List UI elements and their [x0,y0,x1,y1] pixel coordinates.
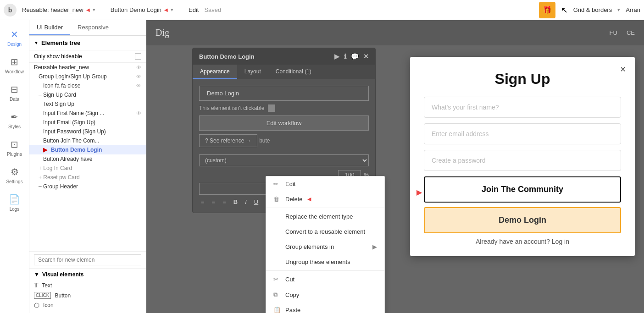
gray-square [268,104,275,112]
tree-item-icon-fa[interactable]: Icon fa fa-close 👁 [29,81,146,90]
sidebar-item-logs[interactable]: 📄 Logs [0,189,29,216]
align-right-btn[interactable]: ≡ [221,198,228,206]
saved-label: Saved [204,6,221,13]
icon-icon: ⬡ [34,302,39,309]
settings-label: Settings [6,179,22,184]
align-center-btn[interactable]: ≡ [210,198,217,206]
breadcrumb-dropdown2[interactable]: ▾ [171,7,173,13]
play-icon[interactable]: ▶ [334,53,339,60]
eye-icon-0: 👁 [136,65,141,70]
tab-responsive[interactable]: Responsive [70,20,116,35]
sidebar-item-design[interactable]: ✕ Design [0,24,29,51]
visual-item-icon[interactable]: ⬡ Icon [34,300,141,310]
edit-label[interactable]: Edit [189,6,199,13]
settings-icon: ⚙ [11,166,19,177]
search-element-input[interactable] [34,254,141,265]
tab-appearance[interactable]: Appearance [193,65,237,79]
copy-icon: ⧉ [273,291,281,298]
custom-dropdown[interactable]: (custom) [199,154,369,166]
context-menu-replace[interactable]: Replace the element type [266,209,384,224]
top-bar-separator1 [103,5,103,16]
tab-ui-builder[interactable]: UI Builder [29,20,70,35]
modal-close-button[interactable]: × [620,64,626,75]
underline-btn[interactable]: U [252,198,260,206]
visual-elements-section: ▼ Visual elements T Text CLICK Button ⬡ … [29,268,146,313]
eye-icon-1: 👁 [136,74,141,79]
design-icon: ✕ [11,29,18,40]
join-community-button[interactable]: Join The Community [424,176,621,203]
context-menu-paste[interactable]: 📋 Paste [266,302,384,313]
styles-icon: ✒ [11,111,18,122]
signup-modal: × Sign Up ▶ Join The Community Demo Logi… [410,57,635,256]
sidebar-item-plugins[interactable]: ⊡ Plugins [0,134,29,161]
comment-icon[interactable]: 💬 [351,53,359,60]
context-menu-convert[interactable]: Convert to a reusable element [266,224,384,239]
context-menu-divider2 [266,270,384,271]
tree-item-group-header[interactable]: – Group Header [29,182,146,191]
see-reference-button[interactable]: ? See reference → [199,134,257,147]
tree-item-input-firstname[interactable]: Input First Name (Sign ... 👁 [29,109,146,118]
context-menu-cut[interactable]: ✂ Cut [266,272,384,287]
email-input[interactable] [424,123,621,144]
bold-btn[interactable]: B [232,198,239,206]
grid-borders-label[interactable]: Grid & borders [573,6,612,13]
context-menu-edit[interactable]: ✏ Edit [266,176,384,192]
only-show-checkbox[interactable] [135,53,141,60]
tree-item-input-password[interactable]: Input Password (Sign Up) [29,127,146,136]
gift-button[interactable]: 🎁 [539,2,555,18]
context-menu-delete[interactable]: 🗑 Delete ◀ [266,192,384,207]
breadcrumb-dropdown1[interactable]: ▾ [93,7,95,13]
demo-panel-title: Button Demo Login [199,53,255,60]
context-menu-group[interactable]: Group elements in ▶ [266,239,384,254]
tree-item-btn-demo-login[interactable]: ▶ Button Demo Login [29,145,146,154]
sidebar-item-workflow[interactable]: ⊞ Workflow [0,51,29,79]
canvas-area[interactable]: Dig FU CE Button Demo Login ▶ ℹ 💬 ✕ Appe… [146,20,644,313]
italic-btn[interactable]: I [243,198,249,206]
grid-dropdown[interactable]: ▾ [617,7,620,13]
tree-item-input-email[interactable]: Input Email (Sign Up) [29,118,146,127]
breadcrumb-reusable: Reusable: header_new [22,6,83,13]
tree-item-btn-already[interactable]: Button Already have [29,154,146,164]
demo-login-btn-inner[interactable]: Demo Login [199,86,369,101]
logs-icon: 📄 [9,194,20,205]
tree-item-signup-card[interactable]: – Sign Up Card [29,90,146,99]
visual-item-text[interactable]: T Text [34,280,141,291]
breadcrumb-button-demo: Button Demo Login [111,6,161,13]
context-menu-ungroup[interactable]: Ungroup these elements [266,254,384,269]
arrange-label[interactable]: Arran [626,6,640,13]
breadcrumb: Reusable: header_new ◀ ▾ [22,6,95,13]
tree-item-reset-pw[interactable]: + Reset pw Card [29,173,146,182]
red-arrow-indicator: ▶ [416,187,422,196]
sidebar-item-styles[interactable]: ✒ Styles [0,106,29,134]
visual-item-button[interactable]: CLICK Button [34,291,141,300]
delete-icon: 🗑 [273,196,281,203]
search-row [29,251,146,268]
tree-item-text-signup[interactable]: Text Sign Up [29,99,146,109]
tree-item-reusable[interactable]: Reusable header_new 👁 [29,63,146,72]
already-have-account-text: Already have an account? Log in [424,238,621,245]
breadcrumb-arrow1: ◀ [86,7,90,12]
tree-item-btn-join[interactable]: Button Join The Com... [29,136,146,145]
demo-login-modal-button[interactable]: Demo Login [424,207,621,233]
align-left-btn[interactable]: ≡ [199,198,206,206]
visual-elements-label: Visual elements [42,271,84,278]
tab-conditional[interactable]: Conditional (1) [268,65,319,79]
canvas-nav-ce: CE [627,29,635,36]
sidebar-item-settings[interactable]: ⚙ Settings [0,161,29,189]
sidebar-item-data[interactable]: ⊟ Data [0,79,29,106]
tab-layout[interactable]: Layout [237,65,268,79]
attr-text: bute [259,137,270,144]
context-menu-copy[interactable]: ⧉ Copy [266,287,384,302]
eye-icon-2: 👁 [136,83,141,88]
demo-panel-header-icons: ▶ ℹ 💬 ✕ [334,53,369,60]
tree-item-group-login[interactable]: Group Login/Sign Up Group 👁 [29,72,146,81]
info-icon[interactable]: ℹ [344,53,346,60]
tree-item-login-card[interactable]: + Log In Card [29,164,146,173]
breadcrumb2: Button Demo Login ◀ ▾ [111,6,173,13]
edit-icon: ✏ [273,181,281,187]
canvas-nav-fu: FU [610,29,617,36]
password-input[interactable] [424,150,621,171]
close-panel-icon[interactable]: ✕ [363,53,369,60]
edit-workflow-button[interactable]: Edit workflow [199,115,369,131]
first-name-input[interactable] [424,97,621,118]
